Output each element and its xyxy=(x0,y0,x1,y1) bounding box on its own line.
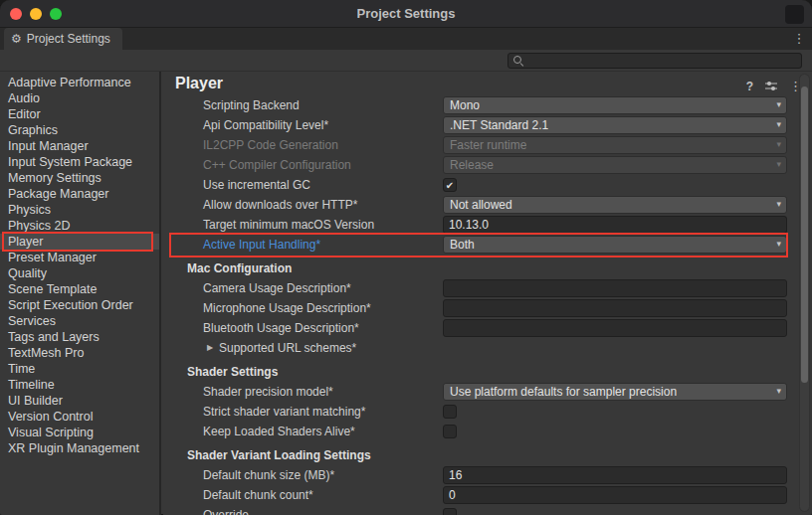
setting-label: Supported URL schemes* xyxy=(219,338,356,358)
sidebar-item-quality[interactable]: Quality xyxy=(0,265,159,281)
checkbox-strict-shader-variant-matching[interactable] xyxy=(443,405,457,419)
setting-label: Strict shader variant matching* xyxy=(203,402,365,422)
title-bar: Project Settings xyxy=(0,0,812,28)
sidebar-item-version-control[interactable]: Version Control xyxy=(0,409,159,425)
settings-row-default-chunk-size-mb: Default chunk size (MB)* xyxy=(163,465,796,485)
minimize-window-button[interactable] xyxy=(30,8,42,20)
setting-label: Allow downloads over HTTP* xyxy=(203,195,357,215)
chevron-down-icon: ▾ xyxy=(776,386,781,396)
sidebar-item-tags-and-layers[interactable]: Tags and Layers xyxy=(0,329,159,345)
sidebar-item-physics-2d[interactable]: Physics 2D xyxy=(0,218,159,234)
sidebar-item-input-manager[interactable]: Input Manager xyxy=(0,138,159,154)
sidebar-item-script-execution-order[interactable]: Script Execution Order xyxy=(0,297,159,313)
section-header-shader-variant-loading-settings: Shader Variant Loading Settings xyxy=(163,445,796,465)
settings-row-use-incremental-gc: Use incremental GC✔ xyxy=(163,175,796,195)
dropdown-value: Mono xyxy=(450,98,480,112)
settings-row-default-chunk-count: Default chunk count* xyxy=(163,485,796,505)
sidebar-item-audio[interactable]: Audio xyxy=(0,90,159,106)
setting-label: Default chunk size (MB)* xyxy=(203,465,334,485)
setting-label: Bluetooth Usage Description* xyxy=(203,318,359,338)
setting-label: Override xyxy=(203,505,249,515)
textfield-camera-usage-description[interactable] xyxy=(443,279,787,297)
settings-row-override: Override xyxy=(163,505,796,515)
section-header-mac-configuration: Mac Configuration xyxy=(163,258,796,278)
sidebar-item-memory-settings[interactable]: Memory Settings xyxy=(0,170,159,186)
window-title: Project Settings xyxy=(70,0,742,28)
settings-row-il2cpp-code-generation: IL2CPP Code GenerationFaster runtime▾ xyxy=(163,135,796,155)
settings-row-active-input-handling: Active Input Handling*Both▾ xyxy=(163,235,796,255)
settings-row-shader-precision-model: Shader precision model*Use platform defa… xyxy=(163,382,796,402)
dropdown-active-input-handling[interactable]: Both▾ xyxy=(443,236,787,254)
settings-row-strict-shader-variant-matching: Strict shader variant matching* xyxy=(163,402,796,422)
settings-row-camera-usage-description: Camera Usage Description* xyxy=(163,278,796,298)
foldout-arrow-icon[interactable]: ▶ xyxy=(207,338,213,358)
setting-label: C++ Compiler Configuration xyxy=(203,155,351,175)
checkbox-override[interactable] xyxy=(443,508,457,515)
dropdown-scripting-backend[interactable]: Mono▾ xyxy=(443,96,787,114)
sidebar-item-timeline[interactable]: Timeline xyxy=(0,377,159,393)
dropdown-value: .NET Standard 2.1 xyxy=(450,118,548,132)
dropdown-value: Faster runtime xyxy=(450,138,526,152)
gear-icon: ⚙ xyxy=(11,28,22,50)
zoom-window-button[interactable] xyxy=(50,8,62,20)
dropdown-il2cpp-code-generation: Faster runtime▾ xyxy=(443,136,787,154)
sidebar-item-physics[interactable]: Physics xyxy=(0,202,159,218)
checkbox-use-incremental-gc[interactable]: ✔ xyxy=(443,178,457,192)
setting-label: Microphone Usage Description* xyxy=(203,298,371,318)
chevron-down-icon: ▾ xyxy=(776,199,781,209)
help-icon[interactable]: ? xyxy=(746,80,753,93)
settings-row-target-minimum-macos-version: Target minimum macOS Version xyxy=(163,215,796,235)
panel-header-icons: ? ⋮ xyxy=(746,79,802,93)
sidebar-item-adaptive-performance[interactable]: Adaptive Performance xyxy=(0,75,159,90)
dropdown-value: Use platform defaults for sampler precis… xyxy=(450,385,677,399)
tab-project-settings[interactable]: ⚙ Project Settings xyxy=(4,28,122,50)
sidebar-item-package-manager[interactable]: Package Manager xyxy=(0,186,159,202)
dropdown-shader-precision-model[interactable]: Use platform defaults for sampler precis… xyxy=(443,383,787,401)
sidebar-item-services[interactable]: Services xyxy=(0,313,159,329)
vertical-scrollbar[interactable] xyxy=(799,74,810,512)
dropdown-api-compatibility-level[interactable]: .NET Standard 2.1▾ xyxy=(443,116,787,134)
setting-label: Use incremental GC xyxy=(203,175,310,195)
dropdown-value: Not allowed xyxy=(450,198,512,212)
search-input[interactable] xyxy=(524,54,801,68)
sidebar-list: Adaptive PerformanceAudioEditorGraphicsI… xyxy=(0,75,159,456)
settings-row-scripting-backend: Scripting BackendMono▾ xyxy=(163,95,796,115)
sidebar-item-time[interactable]: Time xyxy=(0,361,159,377)
setting-label: Api Compatibility Level* xyxy=(203,115,328,135)
sidebar-item-visual-scripting[interactable]: Visual Scripting xyxy=(0,425,159,440)
sidebar-item-graphics[interactable]: Graphics xyxy=(0,122,159,138)
player-settings-panel: Player ? ⋮ Scripting BackendMono▾Api Com… xyxy=(163,72,812,515)
settings-row-api-compatibility-level: Api Compatibility Level*.NET Standard 2.… xyxy=(163,115,796,135)
chevron-down-icon: ▾ xyxy=(776,99,781,109)
chevron-down-icon: ▾ xyxy=(776,119,781,129)
dropdown-c-compiler-configuration: Release▾ xyxy=(443,156,787,174)
scrollbar-thumb[interactable] xyxy=(801,86,808,383)
presets-icon[interactable] xyxy=(764,80,778,92)
sidebar-item-player[interactable]: Player xyxy=(0,234,159,250)
dropdown-value: Both xyxy=(450,238,475,252)
textfield-bluetooth-usage-description[interactable] xyxy=(443,319,787,337)
close-window-button[interactable] xyxy=(10,8,22,20)
dropdown-allow-downloads-over-http[interactable]: Not allowed▾ xyxy=(443,196,787,214)
setting-label: IL2CPP Code Generation xyxy=(203,135,338,155)
checkbox-keep-loaded-shaders-alive[interactable] xyxy=(443,425,457,438)
sidebar-item-editor[interactable]: Editor xyxy=(0,106,159,122)
textfield-default-chunk-count[interactable] xyxy=(443,486,787,504)
setting-label: Target minimum macOS Version xyxy=(203,215,374,235)
project-settings-window: Project Settings ⚙ Project Settings ⋮ Ad… xyxy=(0,0,812,515)
textfield-default-chunk-size-mb[interactable] xyxy=(443,466,787,484)
sidebar-item-xr-plugin-management[interactable]: XR Plugin Management xyxy=(0,440,159,456)
tab-label: Project Settings xyxy=(27,32,110,46)
textfield-target-minimum-macos-version[interactable] xyxy=(443,216,787,234)
tab-strip-menu-icon[interactable]: ⋮ xyxy=(791,30,807,48)
textfield-microphone-usage-description[interactable] xyxy=(443,299,787,317)
sidebar-item-input-system-package[interactable]: Input System Package xyxy=(0,154,159,170)
window-action-icon[interactable] xyxy=(785,5,804,24)
sidebar-item-preset-manager[interactable]: Preset Manager xyxy=(0,250,159,265)
tab-strip: ⚙ Project Settings ⋮ xyxy=(0,28,812,50)
sidebar-item-textmesh-pro[interactable]: TextMesh Pro xyxy=(0,345,159,361)
sidebar-item-ui-builder[interactable]: UI Builder xyxy=(0,393,159,409)
search-box[interactable] xyxy=(508,53,802,69)
settings-row-keep-loaded-shaders-alive: Keep Loaded Shaders Alive* xyxy=(163,422,796,441)
sidebar-item-scene-template[interactable]: Scene Template xyxy=(0,281,159,297)
